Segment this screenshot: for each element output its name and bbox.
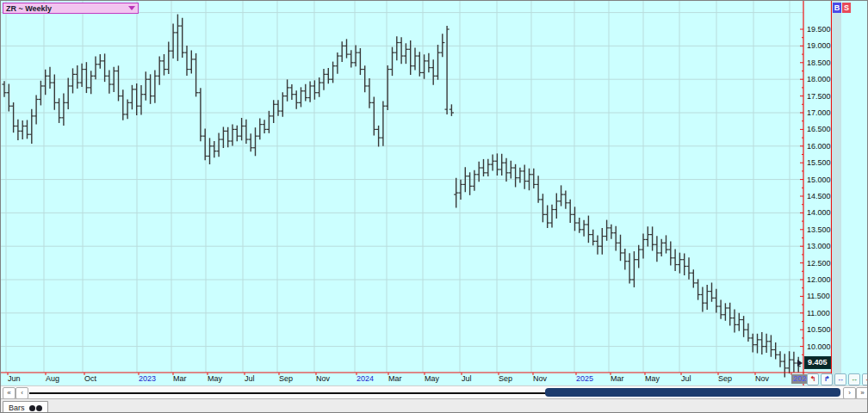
x-axis-month-label: Mar [611,374,624,384]
price-axis-label: 13.500 [807,225,833,234]
x-axis-month-label: May [208,374,222,384]
chevron-down-icon [128,6,135,10]
redo-scale-button[interactable]: ↱ [821,373,833,385]
chart-window: ZR ~ Weekly B S 19.50019.00018.50018.000… [0,0,868,413]
price-axis-label: 18.500 [807,59,833,67]
price-axis-label: 11.500 [807,292,833,300]
price-axis-label: 16.000 [807,142,833,151]
x-axis-month-label: May [645,374,660,384]
x-axis-month-label: Sep [499,374,512,384]
price-axis-label: 16.500 [807,125,833,133]
x-axis-year-label: 2024 [356,374,374,384]
expand-scale-green-button[interactable]: ↔ [848,373,860,385]
x-axis-month-label: Mar [173,374,187,384]
buy-button[interactable]: B [833,3,841,13]
x-axis-month-label: Nov [533,374,547,384]
expand-scale-red-button[interactable]: ↔ [862,373,868,385]
scrollbar-track[interactable] [29,392,546,394]
scroll-far-right-button[interactable]: » [856,387,868,399]
x-axis-month-label: Nov [755,374,769,384]
x-axis-month-label: Sep [279,374,293,384]
bottom-tab-bar: Bars [1,398,868,413]
sell-button[interactable]: S [842,3,851,13]
price-axis-label: 19.500 [807,25,833,34]
undo-scale-button[interactable]: ↰ [807,373,819,385]
tab-bars-label: Bars [9,404,25,412]
expand-scale-blue-button[interactable]: ↔ [834,373,846,385]
x-axis-month-label: Mar [388,374,402,384]
right-margin-strip [832,1,841,385]
price-axis-label: 17.500 [807,92,833,101]
symbol-period-label: ZR ~ Weekly [3,4,128,13]
last-price-arrow-icon [797,360,803,367]
price-axis-label: 11.000 [807,309,833,317]
price-axis-label: 18.000 [807,75,833,83]
price-axis-label: 15.500 [807,158,833,167]
chart-dot-icon [29,405,35,411]
price-axis-label: 14.000 [807,208,833,217]
x-axis-month-label: Oct [84,374,96,384]
x-axis-month-label: Jun [8,374,21,384]
price-axis-label: 15.000 [807,176,833,184]
chart-scrollbar: « ‹ › » [1,385,868,399]
x-axis-month-label: May [425,374,439,384]
scrollbar-thumb[interactable] [545,388,840,397]
x-axis-month-label: Sep [718,374,732,384]
price-axis-label: 19.000 [807,41,833,50]
axis-toolbar: ↰↱↔↔↔ [807,373,868,385]
scroll-right-button[interactable]: › [843,387,856,399]
x-axis-month-label: Nov [316,374,330,384]
x-axis-month-label: Aug [46,374,59,384]
x-axis-month-label: Jul [681,374,691,384]
price-axis-label: 10.000 [807,342,833,351]
tab-bars[interactable]: Bars [3,401,48,413]
price-axis-label: 12.500 [807,259,833,268]
x-axis-month-label: Jul [462,374,472,384]
symbol-period-dropdown[interactable]: ZR ~ Weekly [3,3,139,14]
price-axis-label: 14.500 [807,192,833,200]
price-axis-label: 12.000 [807,275,833,284]
x-axis-year-label: 2023 [139,374,156,384]
last-price-tag: 9.405 [804,356,831,369]
price-chart-canvas[interactable] [1,1,868,386]
scroll-far-left-button[interactable]: « [3,387,16,399]
price-axis-label: 13.000 [807,242,833,250]
price-axis-label: 10.500 [807,325,833,334]
x-axis-month-label: Jul [245,374,255,384]
trade-button-group: B S [833,3,851,13]
x-axis-year-label: 2025 [576,374,593,384]
chart-dot-icon [36,405,42,411]
scroll-left-button[interactable]: ‹ [16,387,28,399]
price-axis-label: 17.000 [807,108,833,117]
ohlc-bars [2,15,800,378]
